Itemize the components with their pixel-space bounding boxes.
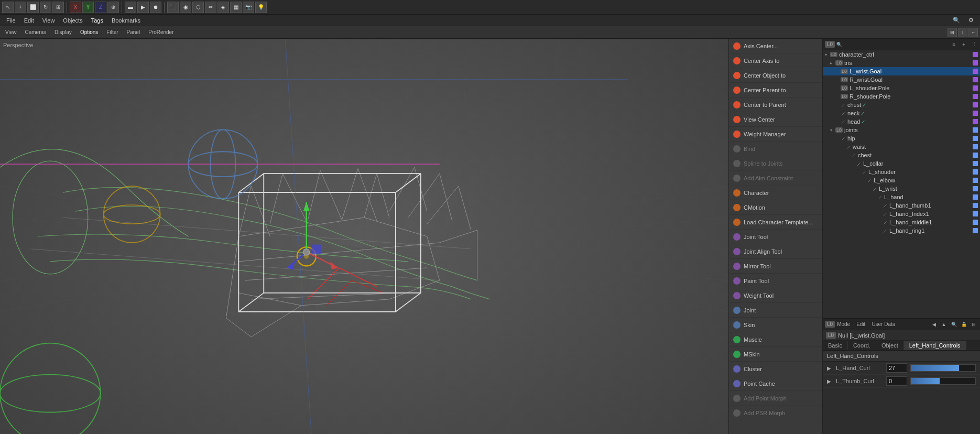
scale-icon[interactable]: ⬜	[27, 2, 39, 13]
world-icon[interactable]: ⊕	[107, 2, 119, 13]
hier-item-R_wrist_goal[interactable]: L0R_wrist.Goal	[823, 75, 980, 84]
char-menu-skin[interactable]: Skin	[729, 318, 822, 332]
hier-item-L_hand_thumb1[interactable]: ⟋L_hand_thumb1	[823, 201, 980, 210]
tab-object[interactable]: Object	[876, 341, 904, 350]
view-menu-item[interactable]: View	[2, 28, 20, 36]
hier-search-icon[interactable]: 🔍	[835, 40, 843, 49]
menu-objects[interactable]: Objects	[59, 16, 86, 25]
tab-basic[interactable]: Basic	[823, 341, 848, 350]
hier-arrow-character_ctrl[interactable]: ▾	[825, 52, 830, 57]
hier-item-L_elbow[interactable]: ⟋L_elbow	[823, 176, 980, 185]
play-icon[interactable]: ▶	[137, 2, 149, 13]
brush-icon[interactable]: ✏	[205, 2, 216, 13]
props-field-value-0[interactable]	[886, 363, 907, 373]
char-menu-point-cache[interactable]: Point Cache	[729, 376, 822, 391]
cameras-menu-item[interactable]: Cameras	[22, 28, 50, 36]
menu-edit[interactable]: Edit	[20, 16, 38, 25]
hier-item-neck[interactable]: ⟋neck✓	[823, 109, 980, 117]
props-toggle-0[interactable]: ▶	[827, 365, 831, 371]
hier-item-L_hand_ring1[interactable]: ⟋L_hand_ring1	[823, 226, 980, 235]
hier-item-head[interactable]: ⟋head✓	[823, 117, 980, 126]
char-menu-paint-tool[interactable]: Paint Tool	[729, 274, 822, 288]
settings-icon[interactable]: ⚙	[964, 16, 978, 25]
char-menu-center-parent-to[interactable]: Center Parent to	[729, 83, 822, 97]
char-menu-axis-center...[interactable]: Axis Center...	[729, 39, 822, 53]
grid-icon[interactable]: ▦	[230, 2, 242, 13]
menu-bookmarks[interactable]: Bookmarks	[107, 16, 145, 25]
menu-tags[interactable]: Tags	[87, 16, 107, 25]
viewport-icon1[interactable]: ⊞	[948, 28, 957, 37]
viewport[interactable]: R Perspective	[0, 39, 728, 434]
props-slider-0[interactable]	[910, 364, 976, 372]
char-menu-character[interactable]: Character	[729, 186, 822, 200]
y-axis-icon[interactable]: Y	[82, 2, 94, 13]
tab-coord[interactable]: Coord.	[848, 341, 876, 350]
props-icon1[interactable]: ◀	[930, 320, 938, 329]
rotate-icon[interactable]: ↻	[40, 2, 51, 13]
hier-item-L_hand_index1[interactable]: ⟋L_hand_Index1	[823, 210, 980, 218]
hier-item-tris[interactable]: ▸L0tris	[823, 59, 980, 67]
char-menu-muscle[interactable]: Muscle	[729, 332, 822, 347]
cursor-icon[interactable]: ↖	[2, 2, 14, 13]
filter-menu-item[interactable]: Filter	[103, 28, 121, 36]
tab-left-hand[interactable]: Left_Hand_Controls	[904, 341, 966, 350]
char-menu-center-to-parent[interactable]: Center to Parent	[729, 97, 822, 112]
menu-file[interactable]: File	[2, 16, 20, 25]
menu-view[interactable]: View	[38, 16, 59, 25]
hier-item-L_shouder[interactable]: ⟋L_shouder	[823, 168, 980, 176]
char-menu-load-character-template...[interactable]: Load Character Template...	[729, 215, 822, 230]
panel-menu-item[interactable]: Panel	[124, 28, 144, 36]
hier-item-L_shouder_pole[interactable]: L0L_shouder.Pole	[823, 84, 980, 92]
props-slider-1[interactable]	[910, 377, 976, 385]
props-icon5[interactable]: ⊟	[970, 320, 978, 329]
hier-item-L_collar[interactable]: ⟋L_collar	[823, 159, 980, 168]
camera-icon[interactable]: 📷	[243, 2, 254, 13]
light-icon[interactable]: 💡	[255, 2, 267, 13]
char-menu-center-axis-to[interactable]: Center Axis to	[729, 53, 822, 68]
paint-icon[interactable]: ◈	[217, 2, 229, 13]
hier-arrow-tris[interactable]: ▸	[830, 61, 835, 66]
cube-icon[interactable]: ⬛	[167, 2, 179, 13]
props-icon3[interactable]: 🔍	[950, 320, 958, 329]
char-menu-cluster[interactable]: Cluster	[729, 362, 822, 376]
x-axis-icon[interactable]: X	[70, 2, 81, 13]
hier-item-L_hand[interactable]: ⟋L_hand	[823, 193, 980, 201]
hier-item-waist[interactable]: ⟋waist	[823, 143, 980, 151]
hier-plus-icon[interactable]: +	[960, 40, 968, 49]
record-icon[interactable]: ⏺	[150, 2, 161, 13]
viewport-icon3[interactable]: ↔	[968, 28, 978, 37]
hier-item-chest[interactable]: ⟋chest✓	[823, 101, 980, 109]
hier-arrow-joints[interactable]: ▾	[830, 128, 835, 133]
char-menu-mskin[interactable]: MSkin	[729, 347, 822, 362]
props-icon4[interactable]: 🔒	[960, 320, 968, 329]
hier-item-character_ctrl[interactable]: ▾L0character_ctrl	[823, 50, 980, 59]
char-menu-joint-tool[interactable]: Joint Tool	[729, 230, 822, 244]
search-icon[interactable]: 🔍	[949, 16, 964, 25]
hier-filter-icon[interactable]: ≡	[950, 40, 958, 49]
char-menu-joint-align-tool[interactable]: Joint Align Tool	[729, 244, 822, 259]
hier-item-chest2[interactable]: ⟋chest	[823, 151, 980, 159]
char-menu-cmotion[interactable]: CMotion	[729, 200, 822, 215]
props-icon2[interactable]: ▲	[940, 320, 948, 329]
move-icon[interactable]: +	[15, 2, 26, 13]
props-toggle-1[interactable]: ▶	[827, 378, 831, 384]
options-menu-item[interactable]: Options	[77, 28, 101, 36]
prorender-menu-item[interactable]: ProRender	[145, 28, 177, 36]
sphere-icon[interactable]: ◉	[180, 2, 191, 13]
char-menu-mirror-tool[interactable]: Mirror Tool	[729, 259, 822, 274]
hier-item-R_shouder_pole[interactable]: L0R_shouder.Pole	[823, 92, 980, 101]
hier-dots-icon[interactable]: ⁚⁚	[970, 40, 978, 49]
char-menu-weight-manager[interactable]: Weight Manager	[729, 127, 822, 142]
char-menu-center-object-to[interactable]: Center Object to	[729, 68, 822, 83]
char-menu-weight-tool[interactable]: Weight Tool	[729, 288, 822, 303]
display-menu-item[interactable]: Display	[51, 28, 75, 36]
poly-icon[interactable]: ⬡	[192, 2, 204, 13]
hier-item-L_wrist[interactable]: ⟋L_wrist	[823, 185, 980, 193]
film-icon[interactable]: ▬	[125, 2, 136, 13]
char-menu-view-center[interactable]: View Center	[729, 112, 822, 127]
hier-item-L_hand_middle1[interactable]: ⟋L_hand_middle1	[823, 218, 980, 226]
char-menu-joint[interactable]: Joint	[729, 303, 822, 318]
hier-item-joints[interactable]: ▾L0joints	[823, 126, 980, 134]
props-field-value-1[interactable]	[886, 376, 907, 386]
hier-item-hip[interactable]: ⟋hip	[823, 134, 980, 143]
